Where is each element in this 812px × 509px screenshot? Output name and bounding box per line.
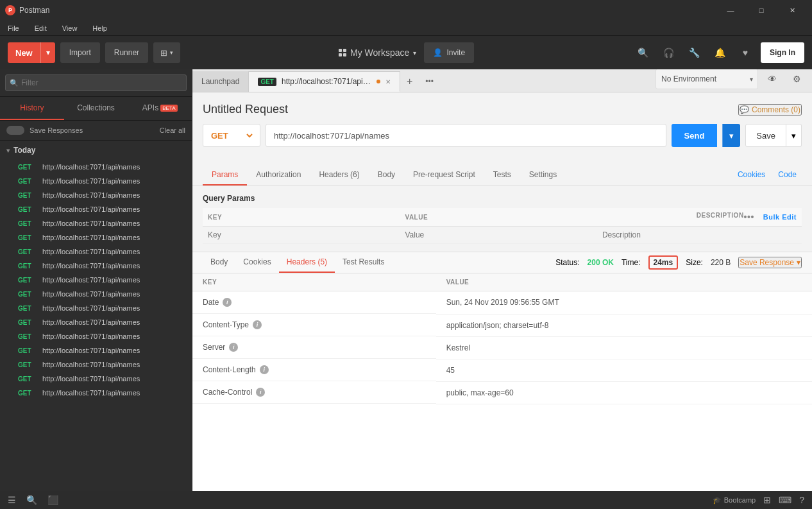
bottom-search-icon[interactable]: 🔍 <box>26 495 37 505</box>
history-list-item[interactable]: GET http://localhost:7071/api/names <box>0 372 192 386</box>
bulk-edit-button[interactable]: Bulk Edit <box>763 213 797 221</box>
environment-select[interactable]: No Environment <box>656 69 758 89</box>
history-list-item[interactable]: GET http://localhost:7071/api/names <box>0 174 192 188</box>
cookies-link[interactable]: Cookies <box>732 165 770 185</box>
more-options-icon[interactable]: ••• <box>744 212 754 222</box>
heart-icon-btn[interactable]: ♥ <box>735 42 756 63</box>
invite-button[interactable]: 👤 Invite <box>424 42 474 63</box>
history-list-item[interactable]: GET http://localhost:7071/api/names <box>0 358 192 372</box>
maximize-button[interactable]: □ <box>747 0 776 21</box>
history-list-item[interactable]: GET http://localhost:7071/api/names <box>0 230 192 245</box>
history-list-item[interactable]: GET http://localhost:7071/api/names <box>0 273 192 287</box>
send-button[interactable]: Send <box>672 124 718 147</box>
history-list-item[interactable]: GET http://localhost:7071/api/names <box>0 188 192 202</box>
history-list-item[interactable]: GET http://localhost:7071/api/names <box>0 301 192 315</box>
app-title: Postman <box>19 6 49 15</box>
tab-close-icon[interactable]: ✕ <box>385 78 391 85</box>
param-key-input[interactable] <box>208 230 394 239</box>
new-button-label[interactable]: New <box>8 42 41 63</box>
runner-button[interactable]: Runner <box>105 42 148 63</box>
method-dropdown[interactable]: GET POST PUT DELETE PATCH <box>208 130 255 141</box>
tab-tests[interactable]: Tests <box>484 165 520 185</box>
active-request-tab[interactable]: GET http://localhost:7071/api/names ✕ <box>249 71 400 92</box>
history-list-item[interactable]: GET http://localhost:7071/api/names <box>0 202 192 216</box>
tab-params[interactable]: Params <box>203 165 247 185</box>
bootcamp-button[interactable]: 🎓 Bootcamp <box>713 496 756 505</box>
sign-in-button[interactable]: Sign In <box>761 42 804 63</box>
comments-button[interactable]: 💬 Comments (0) <box>738 104 802 116</box>
info-icon[interactable]: i <box>256 388 265 397</box>
menu-file[interactable]: File <box>5 23 22 33</box>
tab-settings[interactable]: Settings <box>520 165 566 185</box>
param-value-input[interactable] <box>405 230 591 239</box>
eye-icon: 👁 <box>768 74 777 84</box>
history-list-item[interactable]: GET http://localhost:7071/api/names <box>0 343 192 358</box>
add-tab-button[interactable]: + <box>400 71 419 92</box>
save-dropdown-button[interactable]: ▾ <box>786 124 802 147</box>
launchpad-tab[interactable]: Launchpad <box>192 71 249 92</box>
tab-body[interactable]: Body <box>369 165 404 185</box>
bell-icon-btn[interactable]: 🔔 <box>709 42 730 63</box>
tab-authorization[interactable]: Authorization <box>247 165 310 185</box>
code-link[interactable]: Code <box>773 165 802 185</box>
settings-icon-btn[interactable]: 🔧 <box>684 42 704 63</box>
bottom-help-icon[interactable]: ? <box>799 495 804 505</box>
history-list-item[interactable]: GET http://localhost:7071/api/names <box>0 315 192 329</box>
res-tab-test-results[interactable]: Test Results <box>335 252 392 273</box>
menu-help[interactable]: Help <box>90 23 110 33</box>
info-icon[interactable]: i <box>223 298 232 307</box>
history-list-item[interactable]: GET http://localhost:7071/api/names <box>0 216 192 230</box>
headphone-icon-btn[interactable]: 🎧 <box>658 42 679 63</box>
tab-pre-request[interactable]: Pre-request Script <box>404 165 484 185</box>
bottom-keyboard-icon[interactable]: ⌨ <box>779 495 791 505</box>
method-badge: GET <box>18 220 37 227</box>
bottom-list-icon[interactable]: ☰ <box>8 495 16 505</box>
new-button[interactable]: New ▾ <box>8 42 55 63</box>
clear-all-button[interactable]: Clear all <box>160 126 185 134</box>
info-icon[interactable]: i <box>260 365 269 374</box>
url-input[interactable] <box>266 124 666 147</box>
tab-collections[interactable]: Collections <box>64 97 128 120</box>
menu-edit[interactable]: Edit <box>32 23 49 33</box>
save-responses-toggle[interactable] <box>6 126 24 135</box>
tab-apis[interactable]: APIs BETA <box>128 97 192 120</box>
minimize-button[interactable]: — <box>716 0 745 21</box>
history-list-item[interactable]: GET http://localhost:7071/api/names <box>0 259 192 273</box>
grid-icon: ⊞ <box>160 48 167 58</box>
param-desc-input[interactable] <box>602 230 797 239</box>
url-bar: GET POST PUT DELETE PATCH Send ▾ Save ▾ <box>203 124 802 147</box>
method-select[interactable]: GET POST PUT DELETE PATCH <box>203 124 260 147</box>
res-tab-cookies[interactable]: Cookies <box>235 252 278 273</box>
method-badge: GET <box>18 291 37 298</box>
history-list-item[interactable]: GET http://localhost:7071/api/names <box>0 287 192 301</box>
filter-input[interactable] <box>5 74 187 91</box>
search-icon-btn[interactable]: 🔍 <box>632 42 653 63</box>
info-icon[interactable]: i <box>229 343 238 352</box>
bottom-console-icon[interactable]: ⬛ <box>47 495 58 505</box>
history-list-item[interactable]: GET http://localhost:7071/api/names <box>0 329 192 343</box>
history-list-item[interactable]: GET http://localhost:7071/api/names <box>0 245 192 259</box>
workspace-button[interactable]: My Workspace ▾ <box>339 47 416 58</box>
send-dropdown-button[interactable]: ▾ <box>722 124 740 147</box>
extra-button[interactable]: ⊞ ▾ <box>153 42 180 63</box>
more-tabs-button[interactable]: ••• <box>419 71 440 92</box>
info-icon[interactable]: i <box>253 320 262 329</box>
request-title-row: Untitled Request 💬 Comments (0) <box>203 103 802 116</box>
import-button[interactable]: Import <box>60 42 100 63</box>
history-list-item[interactable]: GET http://localhost:7071/api/names <box>0 386 192 400</box>
tab-history[interactable]: History <box>0 97 64 120</box>
toolbar: New ▾ Import Runner ⊞ ▾ My Workspace ▾ 👤… <box>0 36 812 69</box>
save-button[interactable]: Save <box>745 124 786 147</box>
tab-headers[interactable]: Headers (6) <box>310 165 368 185</box>
new-button-arrow[interactable]: ▾ <box>41 42 55 63</box>
env-settings-button[interactable]: ⚙ <box>786 69 807 89</box>
close-button[interactable]: ✕ <box>777 0 807 21</box>
bottom-expand-icon[interactable]: ⊞ <box>763 495 771 505</box>
menu-view[interactable]: View <box>60 23 80 33</box>
res-tab-headers[interactable]: Headers (5) <box>279 252 335 273</box>
save-response-button[interactable]: Save Response ▾ <box>738 257 802 268</box>
res-tab-body[interactable]: Body <box>203 252 235 273</box>
env-view-button[interactable]: 👁 <box>762 69 782 89</box>
request-title: Untitled Request <box>203 103 288 116</box>
history-list-item[interactable]: GET http://localhost:7071/api/names <box>0 160 192 174</box>
